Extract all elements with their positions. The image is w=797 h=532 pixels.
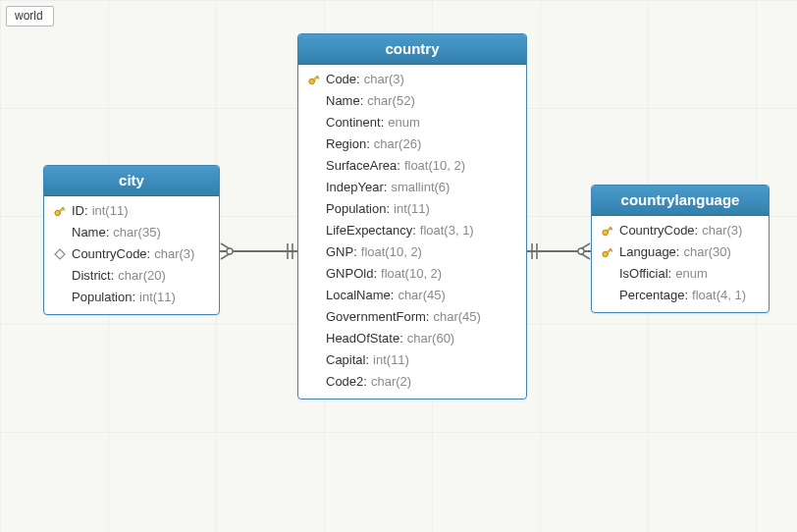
column-row[interactable]: Code2:char(2) [298,371,526,393]
column-name: CountryCode: [619,222,698,239]
key-icon [600,244,615,260]
blank-icon [52,268,68,284]
blank-icon [306,136,322,152]
column-type: enum [675,265,708,283]
entity-countrylanguage[interactable]: countrylanguage CountryCode:char(3)Langu… [591,185,770,313]
entity-countrylanguage-title: countrylanguage [621,191,740,208]
column-name: LifeExpectancy: [326,222,416,239]
column-row[interactable]: Region:char(26) [298,133,526,155]
column-name: Code: [326,71,360,88]
entity-countrylanguage-header[interactable]: countrylanguage [592,186,769,216]
column-row[interactable]: CountryCode:char(3) [44,243,219,265]
column-row[interactable]: LocalName:char(45) [298,285,526,306]
column-type: char(2) [371,373,411,391]
column-row[interactable]: IndepYear:smallint(6) [298,177,526,198]
entity-city-header[interactable]: city [44,166,219,196]
entity-city[interactable]: city ID:int(11)Name:char(35)CountryCode:… [43,165,220,315]
column-name: CountryCode: [72,245,150,263]
column-name: GNPOld: [326,265,377,283]
column-row[interactable]: CountryCode:char(3) [592,220,769,241]
blank-icon [306,331,322,346]
svg-point-12 [227,248,233,254]
blank-icon [306,115,322,131]
column-type: float(4, 1) [692,287,746,304]
column-row[interactable]: GNP:float(10, 2) [298,241,526,263]
one-bar-icon [284,242,297,260]
column-type: char(35) [113,224,160,241]
erd-canvas[interactable]: { "tab_label": "world", "colors": { "hea… [0,0,797,532]
column-row[interactable]: GNPOld:float(10, 2) [298,263,526,285]
column-name: Capital: [326,351,369,369]
crowfoot-icon [577,242,591,260]
column-row[interactable]: Population:int(11) [44,287,219,308]
blank-icon [306,374,322,390]
column-row[interactable]: Capital:int(11) [298,349,526,371]
entity-country-columns: Code:char(3)Name:char(52)Continent:enumR… [298,65,526,399]
blank-icon [306,158,322,174]
blank-icon [306,223,322,239]
column-row[interactable]: LifeExpectancy:float(3, 1) [298,220,526,241]
column-row[interactable]: SurfaceArea:float(10, 2) [298,155,526,177]
column-row[interactable]: Continent:enum [298,112,526,133]
key-icon [306,72,322,87]
entity-country[interactable]: country Code:char(3)Name:char(52)Contine… [297,33,527,399]
column-type: char(30) [683,243,730,261]
column-type: char(3) [154,245,194,263]
column-row[interactable]: Name:char(35) [44,222,219,243]
blank-icon [306,266,322,282]
blank-icon [306,93,322,109]
column-row[interactable]: ID:int(11) [44,200,219,222]
entity-country-header[interactable]: country [298,34,526,65]
schema-tab[interactable]: world [6,6,54,27]
column-type: char(52) [367,92,414,110]
column-type: float(10, 2) [361,243,422,261]
column-name: GNP: [326,243,357,261]
column-type: smallint(6) [391,179,450,196]
column-type: int(11) [139,289,176,306]
entity-city-title: city [119,172,144,188]
column-name: GovernmentForm: [326,308,429,326]
column-type: char(3) [364,71,404,88]
column-row[interactable]: Name:char(52) [298,90,526,112]
svg-point-17 [578,248,584,254]
column-row[interactable]: GovernmentForm:char(45) [298,306,526,328]
blank-icon [306,288,322,303]
column-name: IsOfficial: [619,265,671,283]
column-name: LocalName: [326,287,394,304]
key-icon [52,203,68,219]
blank-icon [306,180,322,195]
column-name: IndepYear: [326,179,387,196]
column-name: Code2: [326,373,367,391]
entity-city-columns: ID:int(11)Name:char(35)CountryCode:char(… [44,196,219,314]
column-row[interactable]: District:char(20) [44,265,219,287]
column-type: int(11) [394,200,430,218]
column-row[interactable]: Language:char(30) [592,241,769,263]
column-name: HeadOfState: [326,330,403,347]
diamond-icon [52,246,68,262]
column-row[interactable]: IsOfficial:enum [592,263,769,285]
entity-country-title: country [385,40,439,57]
crowfoot-icon [220,242,234,260]
column-name: ID: [72,202,88,220]
blank-icon [52,225,68,240]
schema-tab-label: world [15,9,43,23]
column-type: float(10, 2) [381,265,442,283]
column-type: char(60) [407,330,454,347]
column-row[interactable]: Population:int(11) [298,198,526,220]
column-name: Language: [619,243,679,261]
column-row[interactable]: HeadOfState:char(60) [298,328,526,349]
entity-countrylanguage-columns: CountryCode:char(3)Language:char(30)IsOf… [592,216,769,312]
column-row[interactable]: Percentage:float(4, 1) [592,285,769,306]
column-name: Continent: [326,114,384,132]
key-icon [600,223,615,239]
column-name: Region: [326,135,370,153]
blank-icon [306,352,322,368]
column-name: Name: [326,92,363,110]
column-row[interactable]: Code:char(3) [298,69,526,90]
blank-icon [306,309,322,325]
column-type: char(45) [398,287,445,304]
column-type: float(10, 2) [404,157,465,175]
column-type: char(3) [702,222,742,239]
column-type: int(11) [92,202,129,220]
column-type: float(3, 1) [420,222,474,239]
